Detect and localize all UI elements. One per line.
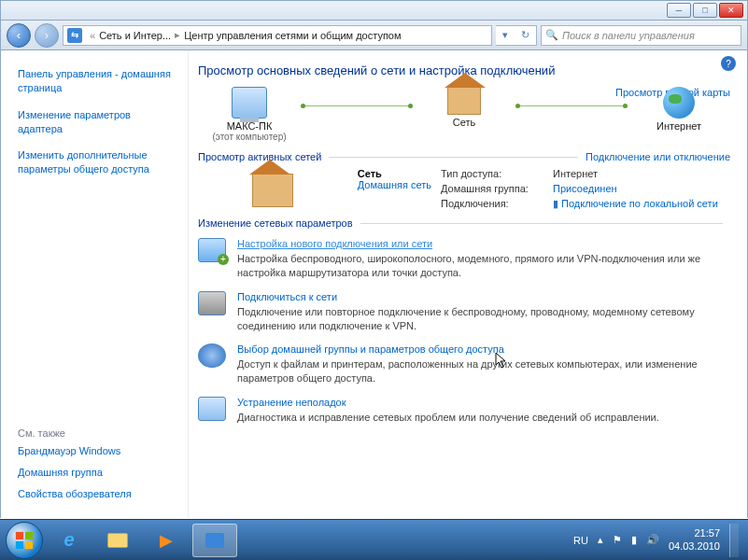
svg-rect-3 xyxy=(25,540,33,548)
map-node-computer-sublabel: (этот компьютер) xyxy=(198,132,301,142)
address-actions: ▾ ↻ xyxy=(496,25,537,46)
start-button[interactable] xyxy=(6,522,43,559)
address-bar[interactable]: ⇆ « Сеть и Интер... ▸ Центр управления с… xyxy=(63,25,492,46)
taskbar: e ▶ RU ▴ ⚑ ▮ 🔊 21:57 04.03.2010 xyxy=(0,519,748,560)
access-type-value: Интернет xyxy=(553,168,718,179)
control-panel-icon xyxy=(205,533,224,548)
minimize-button[interactable]: ─ xyxy=(667,3,691,18)
map-node-network[interactable]: Сеть xyxy=(413,87,515,128)
taskbar-explorer-button[interactable] xyxy=(95,524,140,557)
homegroup-link[interactable]: Присоединен xyxy=(553,183,617,194)
taskbar-control-panel-button[interactable] xyxy=(192,524,237,557)
window-titlebar: ─ □ ✕ xyxy=(0,0,748,21)
forward-button[interactable]: › xyxy=(35,23,59,48)
taskbar-media-player-button[interactable]: ▶ xyxy=(144,524,189,557)
maximize-button[interactable]: □ xyxy=(693,3,717,18)
breadcrumb-separator: « xyxy=(90,30,95,41)
access-type-label: Тип доступа: xyxy=(441,168,553,179)
connection-link[interactable]: Подключение по локальной сети xyxy=(561,198,718,209)
system-tray: RU ▴ ⚑ ▮ 🔊 21:57 04.03.2010 xyxy=(573,524,742,557)
new-connection-desc: Настройка беспроводного, широкополосного… xyxy=(237,252,730,280)
network-map: Просмотр полной карты МАКС-ПК (этот комп… xyxy=(198,87,730,142)
svg-rect-0 xyxy=(16,531,23,539)
svg-rect-1 xyxy=(25,531,33,539)
back-button[interactable]: ‹ xyxy=(7,23,31,48)
content-pane: ? Просмотр основных сведений о сети и на… xyxy=(188,50,747,518)
search-input[interactable]: 🔍 Поиск в панели управления xyxy=(541,25,741,46)
connect-network-link[interactable]: Подключиться к сети xyxy=(237,291,337,302)
clock-date: 04.03.2010 xyxy=(669,540,720,553)
breadcrumb-part-1[interactable]: Сеть и Интер... xyxy=(99,30,171,41)
map-connection-line-1 xyxy=(301,105,413,106)
homegroup-sharing-icon xyxy=(198,343,226,368)
tray-expand-icon[interactable]: ▴ xyxy=(598,534,603,546)
network-name: Сеть xyxy=(358,168,382,179)
lan-icon: ▮ xyxy=(553,198,558,209)
homegroup-sharing-desc: Доступ к файлам и принтерам, расположенн… xyxy=(237,357,730,385)
clock-time: 21:57 xyxy=(669,527,720,539)
action-center-icon[interactable]: ⚑ xyxy=(613,534,622,546)
sidebar-link-control-panel-home[interactable]: Панель управления - домашняя страница xyxy=(18,67,175,95)
sidebar-see-also: См. также Брандмауэр Windows Домашняя гр… xyxy=(18,420,175,509)
connections-value: ▮ Подключение по локальной сети xyxy=(553,198,718,210)
map-node-computer[interactable]: МАКС-ПК (этот компьютер) xyxy=(198,87,301,142)
sidebar: Панель управления - домашняя страница Из… xyxy=(1,50,188,518)
close-button[interactable]: ✕ xyxy=(719,3,743,18)
connect-network-desc: Подключение или повторное подключение к … xyxy=(237,305,730,333)
homegroup-label: Домашняя группа: xyxy=(441,183,553,194)
see-also-header: См. также xyxy=(18,427,175,439)
refresh-button[interactable]: ↻ xyxy=(521,29,529,41)
homegroup-value: Присоединен xyxy=(553,183,718,194)
setting-homegroup-sharing: Выбор домашней группы и параметров общег… xyxy=(198,343,730,385)
computer-icon xyxy=(232,87,267,119)
new-connection-icon xyxy=(198,238,226,262)
show-desktop-button[interactable] xyxy=(729,524,739,557)
network-center-icon: ⇆ xyxy=(67,28,82,43)
map-node-internet-label: Интернет xyxy=(628,120,730,132)
connect-disconnect-link[interactable]: Подключение или отключение xyxy=(586,151,730,162)
network-settings-title: Изменение сетевых параметров xyxy=(198,217,353,229)
search-placeholder: Поиск в панели управления xyxy=(562,30,695,41)
troubleshoot-icon xyxy=(198,397,226,421)
setting-new-connection: Настройка нового подключения или сети На… xyxy=(198,238,730,280)
ie-icon: e xyxy=(60,531,78,550)
house-icon xyxy=(447,87,481,115)
network-category-icon xyxy=(252,174,293,207)
svg-rect-2 xyxy=(16,540,23,548)
map-node-network-label: Сеть xyxy=(413,117,515,128)
map-connection-line-2 xyxy=(515,105,628,106)
setting-troubleshoot: Устранение неполадок Диагностика и испра… xyxy=(198,397,730,425)
troubleshoot-link[interactable]: Устранение неполадок xyxy=(237,397,346,408)
breadcrumb-part-2[interactable]: Центр управления сетями и общим доступом xyxy=(184,30,401,41)
help-icon[interactable]: ? xyxy=(721,56,736,71)
folder-icon xyxy=(107,533,128,548)
network-category-link[interactable]: Домашняя сеть xyxy=(358,179,431,190)
see-also-homegroup[interactable]: Домашняя группа xyxy=(18,466,175,480)
troubleshoot-desc: Диагностика и исправление сетевых пробле… xyxy=(237,411,730,425)
network-tray-icon[interactable]: ▮ xyxy=(631,534,637,546)
connections-label: Подключения: xyxy=(441,198,553,210)
history-dropdown-button[interactable]: ▾ xyxy=(502,29,508,41)
network-settings-header: Изменение сетевых параметров xyxy=(198,217,730,229)
new-connection-link[interactable]: Настройка нового подключения или сети xyxy=(237,238,432,249)
sidebar-link-advanced-sharing[interactable]: Изменить дополнительные параметры общего… xyxy=(18,148,175,176)
homegroup-sharing-link[interactable]: Выбор домашней группы и параметров общег… xyxy=(237,343,504,355)
breadcrumb-chevron-icon[interactable]: ▸ xyxy=(175,29,180,41)
volume-icon[interactable]: 🔊 xyxy=(646,534,659,546)
setting-connect-network: Подключиться к сети Подключение или повт… xyxy=(198,291,730,333)
globe-icon xyxy=(663,87,695,119)
sidebar-link-adapter-settings[interactable]: Изменение параметров адаптера xyxy=(18,108,175,136)
taskbar-ie-button[interactable]: e xyxy=(47,524,92,557)
active-network-item: Сеть Домашняя сеть Тип доступа: Интернет… xyxy=(198,168,730,210)
see-also-firewall[interactable]: Брандмауэр Windows xyxy=(18,444,175,458)
clock[interactable]: 21:57 04.03.2010 xyxy=(669,527,720,552)
language-indicator[interactable]: RU xyxy=(573,535,588,546)
navigation-bar: ‹ › ⇆ « Сеть и Интер... ▸ Центр управлен… xyxy=(0,21,748,50)
see-also-internet-options[interactable]: Свойства обозревателя xyxy=(18,487,175,501)
connect-network-icon xyxy=(198,291,226,315)
media-player-icon: ▶ xyxy=(157,531,176,550)
search-icon: 🔍 xyxy=(545,29,558,41)
